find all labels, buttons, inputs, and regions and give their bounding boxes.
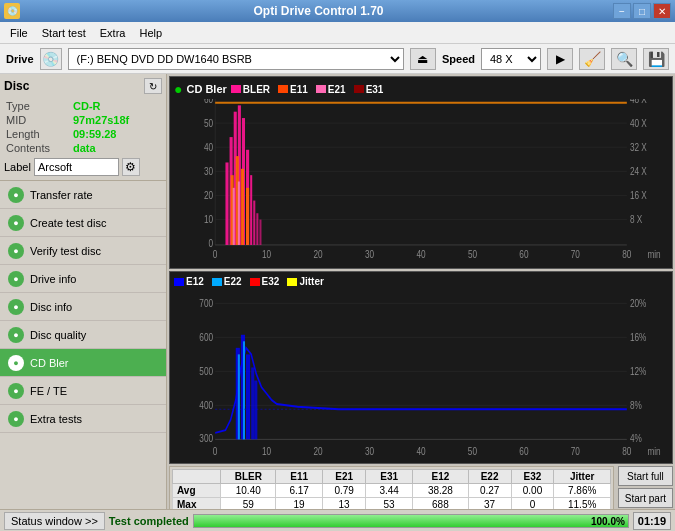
disc-refresh-button[interactable]: ↻ [144,78,162,94]
avg-e11: 6.17 [276,484,323,498]
col-header-bler: BLER [221,470,276,484]
start-part-button[interactable]: Start part [618,488,673,508]
svg-text:500: 500 [199,365,213,377]
avg-jitter: 7.86% [554,484,610,498]
svg-text:24 X: 24 X [630,166,647,177]
nav-fe-te[interactable]: ● FE / TE [0,377,166,405]
mid-label: MID [6,114,71,126]
svg-text:10: 10 [262,445,271,457]
avg-bler: 10.40 [221,484,276,498]
menu-bar: File Start test Extra Help [0,22,675,44]
close-button[interactable]: ✕ [653,3,671,19]
svg-text:10: 10 [204,215,213,226]
nav-create-test-disc[interactable]: ● Create test disc [0,209,166,237]
title-bar: 💿 Opti Drive Control 1.70 − □ ✕ [0,0,675,22]
nav-icon-create-test-disc: ● [8,215,24,231]
svg-rect-43 [241,169,244,245]
nav-label-cd-bler: CD Bler [30,357,69,369]
nav-label-fe-te: FE / TE [30,385,67,397]
svg-text:0: 0 [213,249,218,260]
menu-file[interactable]: File [4,25,34,41]
svg-text:20: 20 [314,445,323,457]
svg-rect-40 [259,220,261,245]
svg-text:20%: 20% [630,297,647,309]
svg-text:4%: 4% [630,432,642,444]
scan-button[interactable]: 🔍 [611,48,637,70]
nav-cd-bler[interactable]: ● CD Bler [0,349,166,377]
svg-text:30: 30 [365,445,374,457]
speed-arrow-button[interactable]: ▶ [547,48,573,70]
contents-value: data [73,142,160,154]
nav-disc-quality[interactable]: ● Disc quality [0,321,166,349]
start-full-button[interactable]: Start full [618,466,673,486]
col-header-e12: E12 [413,470,468,484]
svg-rect-45 [233,188,235,245]
drive-bar: Drive 💿 (F:) BENQ DVD DD DW1640 BSRB ⏏ S… [0,44,675,74]
minimize-button[interactable]: − [613,3,631,19]
col-header-e22: E22 [468,470,511,484]
svg-text:60: 60 [519,445,528,457]
nav-verify-test-disc[interactable]: ● Verify test disc [0,237,166,265]
svg-text:40: 40 [416,249,425,260]
status-time: 01:19 [633,512,671,530]
legend-e11: E11 [278,84,308,95]
svg-text:80: 80 [622,249,631,260]
col-header-empty [173,470,221,484]
col-header-e31: E31 [366,470,413,484]
svg-text:32 X: 32 X [630,142,647,153]
svg-rect-77 [251,367,254,439]
label-gear-button[interactable]: ⚙ [122,158,140,176]
label-row: Label ⚙ [4,158,162,176]
svg-text:70: 70 [571,249,580,260]
svg-text:50: 50 [468,249,477,260]
svg-text:10: 10 [262,249,271,260]
speed-select[interactable]: 48 X [481,48,541,70]
status-window-button[interactable]: Status window >> [4,512,105,530]
nav-icon-cd-bler: ● [8,355,24,371]
drive-select[interactable]: (F:) BENQ DVD DD DW1640 BSRB [68,48,404,70]
progress-fill [194,515,628,527]
progress-bar: 100.0% [193,514,629,528]
svg-text:80: 80 [622,445,631,457]
nav-drive-info[interactable]: ● Drive info [0,265,166,293]
nav-icon-verify-test-disc: ● [8,243,24,259]
disc-panel: Disc ↻ Type CD-R MID 97m27s18f Length 09… [0,74,166,181]
eject-button[interactable]: ⏏ [410,48,436,70]
menu-start-test[interactable]: Start test [36,25,92,41]
svg-rect-31 [225,162,228,244]
svg-text:30: 30 [365,249,374,260]
clear-button[interactable]: 🧹 [579,48,605,70]
length-label: Length [6,128,71,140]
svg-rect-38 [253,201,255,245]
nav-icon-fe-te: ● [8,383,24,399]
svg-rect-39 [256,213,258,245]
legend-jitter: Jitter [287,276,323,287]
table-row-avg: Avg 10.40 6.17 0.79 3.44 38.28 0.27 0.00… [173,484,611,498]
svg-rect-44 [246,188,249,245]
nav-disc-info[interactable]: ● Disc info [0,293,166,321]
chart2-svg: 700 600 500 400 300 20% 16% 12% 8% 4% 0 … [174,289,668,459]
svg-text:16%: 16% [630,331,647,343]
label-input[interactable] [34,158,119,176]
svg-text:min: min [647,249,660,260]
chart1-title: ● CD Bler BLER E11 E21 E31 [174,81,668,97]
status-bar: Status window >> Test completed 100.0% 0… [0,509,675,531]
save-button[interactable]: 💾 [643,48,669,70]
nav-label-drive-info: Drive info [30,273,76,285]
avg-e32: 0.00 [511,484,554,498]
chart1-svg: 60 50 40 30 20 10 0 48 X 40 X 32 X 24 X … [174,99,668,264]
drive-label: Drive [6,53,34,65]
type-value: CD-R [73,100,160,112]
menu-help[interactable]: Help [133,25,168,41]
avg-e31: 3.44 [366,484,413,498]
disc-panel-title: Disc [4,79,29,93]
legend-e12: E12 [174,276,204,287]
maximize-button[interactable]: □ [633,3,651,19]
disc-info-table: Type CD-R MID 97m27s18f Length 09:59.28 … [4,98,162,156]
svg-rect-37 [250,175,252,245]
nav-icon-disc-info: ● [8,299,24,315]
nav-transfer-rate[interactable]: ● Transfer rate [0,181,166,209]
nav-extra-tests[interactable]: ● Extra tests [0,405,166,433]
menu-extra[interactable]: Extra [94,25,132,41]
svg-rect-76 [246,354,250,439]
